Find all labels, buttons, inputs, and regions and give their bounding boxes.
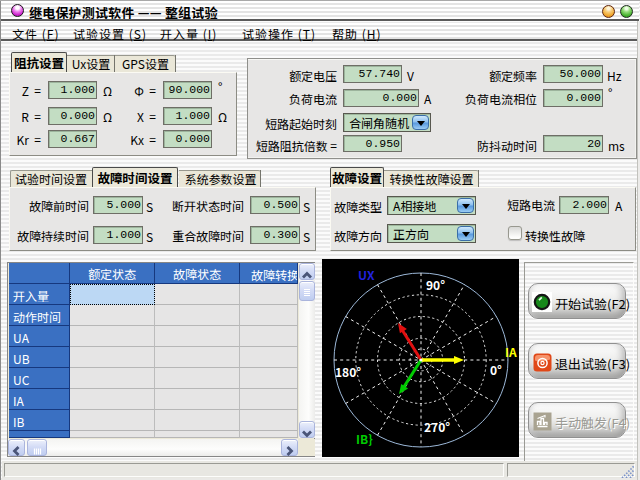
svg-text:IA: IA xyxy=(505,343,517,360)
svg-text:0°: 0° xyxy=(490,361,502,378)
svg-text:IB}: IB} xyxy=(356,430,373,447)
svg-text:270°: 270° xyxy=(424,418,450,435)
svg-text:UX: UX xyxy=(358,266,375,283)
svg-text:90°: 90° xyxy=(426,276,445,293)
svg-text:180°: 180° xyxy=(335,363,361,380)
